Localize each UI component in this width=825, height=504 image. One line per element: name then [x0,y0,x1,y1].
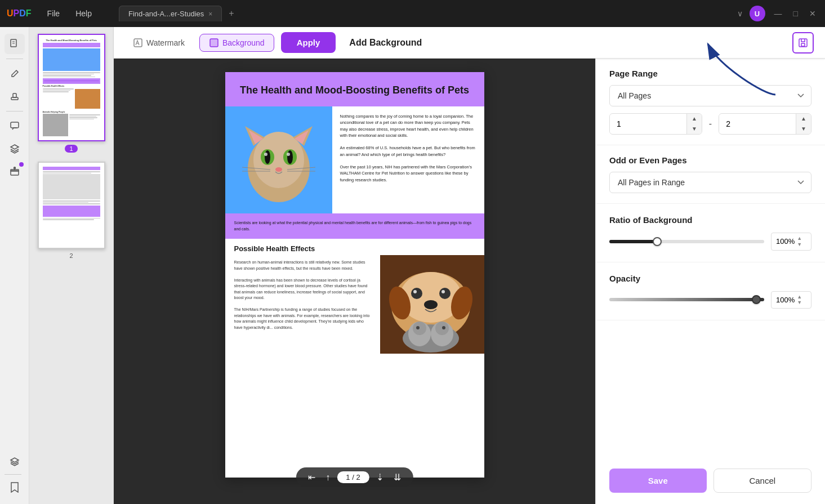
thumbnail-number-2: 2 [69,252,73,259]
pdf-col-text-health: Research on human-animal interactions is… [225,255,380,354]
new-tab-button[interactable]: + [224,8,238,19]
svg-rect-5 [11,122,19,128]
last-page-button[interactable]: ⇊ [390,471,404,484]
ratio-slider-fill [609,240,656,243]
background-label: Background [222,38,265,47]
apply-button[interactable]: Apply [281,32,336,53]
sidebar-icon-stack[interactable] [5,452,25,472]
svg-point-46 [435,322,449,335]
opacity-value-spin: ▲ ▼ [797,294,802,306]
top-toolbar: Watermark Background Apply Add Backgroun… [114,27,825,59]
ratio-up-button[interactable]: ▲ [797,235,802,242]
watermark-label: Watermark [146,38,185,47]
help-menu[interactable]: Help [69,7,99,20]
opacity-label: Opacity [609,274,811,283]
thumbnail-item-1[interactable]: The Health and Mood-Boosting Benefits of… [38,34,105,153]
opacity-slider-thumb[interactable] [752,295,761,304]
svg-point-40 [442,290,445,293]
user-avatar[interactable]: U [750,6,765,21]
opacity-down-button[interactable]: ▼ [797,300,802,306]
first-page-button[interactable]: ⇤ [305,471,319,484]
tab-area: Find-and-A...er-Studies × + [108,6,728,21]
ratio-slider-thumb[interactable] [653,237,662,246]
range-end-input[interactable]: ▲ ▼ [719,113,811,135]
prev-page-button[interactable]: ↑ [322,471,333,484]
sidebar-icon-edit[interactable] [5,64,25,84]
panel-footer: Save Cancel [596,457,825,504]
ratio-value: 100% [776,237,795,246]
watermark-button[interactable]: Watermark [125,34,193,51]
svg-point-26 [287,153,290,156]
background-icon [209,38,219,48]
range-end-down[interactable]: ▼ [796,124,811,134]
svg-rect-4 [13,93,16,97]
ratio-value-box: 100% ▲ ▼ [771,233,811,251]
page-indicator: 1 / 2 [337,471,369,483]
opacity-section: Opacity 100% ▲ ▼ [596,262,825,321]
ratio-slider-row: 100% ▲ ▼ [609,233,811,251]
ratio-slider-track[interactable] [609,240,764,243]
svg-rect-9 [210,39,218,47]
opacity-slider-track[interactable] [609,298,764,301]
svg-point-45 [413,322,426,335]
opacity-value: 100% [776,296,795,304]
sidebar-icon-layers[interactable] [5,139,25,159]
cancel-button[interactable]: Cancel [713,469,812,493]
sidebar-icon-stamp[interactable] [5,86,25,106]
range-start-field[interactable] [610,115,686,133]
ratio-label: Ratio of Background [609,215,811,225]
pdf-hero-text: Nothing compares to the joy of coming ho… [332,106,484,213]
save-file-icon [797,37,809,48]
thumbnail-item-2[interactable]: 2 [38,162,105,259]
cat-image [225,106,332,213]
svg-point-39 [413,290,417,293]
svg-point-16 [253,132,304,188]
range-start-down[interactable]: ▼ [686,124,702,134]
range-end-spinners: ▲ ▼ [796,114,811,134]
odd-even-dropdown[interactable]: All Pages in Range Odd Pages Only Even P… [609,172,811,193]
opacity-up-button[interactable]: ▲ [797,294,802,300]
range-end-up[interactable]: ▲ [796,114,811,124]
range-end-field[interactable] [719,115,796,133]
odd-even-section: Odd or Even Pages All Pages in Range Odd… [596,145,825,204]
file-menu[interactable]: File [41,7,67,20]
next-page-button[interactable]: ⇣ [373,471,387,484]
right-panel: Page Range All Pages Current Page Custom… [595,59,825,504]
sidebar-bottom [5,452,25,497]
sidebar-icon-comment[interactable] [5,116,25,136]
background-button[interactable]: Background [199,34,274,52]
thumbnail-number-1: 1 [65,145,77,153]
dog-cat-image [380,255,484,354]
main-layout: The Health and Mood-Boosting Benefits of… [0,27,825,504]
pdf-header: The Health and Mood-Boosting Benefits of… [225,72,484,106]
sidebar-icon-bookmark[interactable] [5,477,25,497]
range-start-up[interactable]: ▲ [686,114,702,124]
save-button[interactable]: Save [609,469,707,493]
sidebar-icon-pages[interactable] [5,34,25,54]
window-dropdown[interactable]: ∨ [737,9,743,18]
page-range-dropdown[interactable]: All Pages Current Page Custom Range [609,85,811,106]
close-button[interactable]: ✕ [807,9,818,18]
thumbnail-page-1[interactable]: The Health and Mood-Boosting Benefits of… [38,34,105,141]
svg-rect-12 [801,43,805,46]
active-tab[interactable]: Find-and-A...er-Studies × [119,6,222,21]
thumbnail-panel: The Health and Mood-Boosting Benefits of… [29,27,114,504]
save-to-file-button[interactable] [792,32,814,53]
panel-spacer [596,320,825,457]
maximize-button[interactable]: □ [791,9,800,18]
ratio-value-spin: ▲ ▼ [797,235,802,248]
svg-point-41 [424,300,438,309]
logo-text: UPDF [7,8,32,19]
thumbnail-page-2[interactable] [38,162,105,249]
tab-label: Find-and-A...er-Studies [128,10,204,18]
tab-close-button[interactable]: × [208,10,212,18]
svg-point-34 [400,272,462,323]
sidebar-icon-gift[interactable] [5,161,25,181]
svg-point-37 [411,288,422,299]
sidebar-divider-2 [6,111,23,111]
range-start-input[interactable]: ▲ ▼ [609,113,702,135]
ratio-down-button[interactable]: ▼ [797,242,802,248]
page-range-section: Page Range All Pages Current Page Custom… [596,59,825,145]
svg-point-48 [442,326,445,329]
minimize-button[interactable]: — [772,9,784,18]
